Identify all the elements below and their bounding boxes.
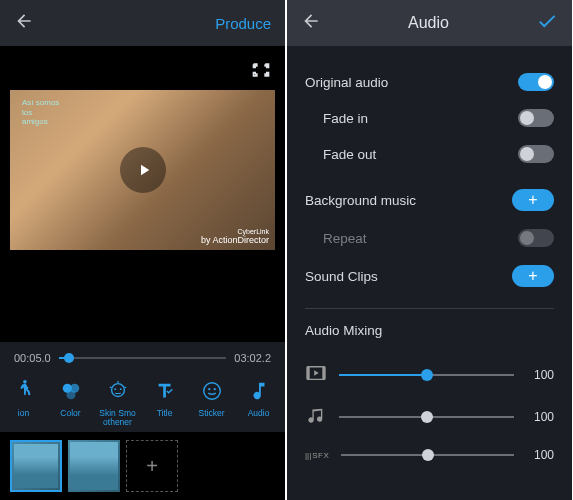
tool-skin[interactable]: Skin Smo othener [94,380,141,426]
tool-title[interactable]: Title [141,380,188,426]
slider-thumb[interactable] [422,449,434,461]
music-icon [248,380,270,406]
back-icon[interactable] [301,11,321,35]
svg-point-8 [213,388,215,390]
scrubber-thumb[interactable] [64,353,74,363]
produce-button[interactable]: Produce [215,15,271,32]
divider [305,308,554,309]
svg-point-3 [111,384,124,397]
smiley-icon [201,380,223,406]
clip-thumbnail[interactable] [10,440,62,492]
timeline: 00:05.0 03:02.2 [0,342,285,374]
tool-audio[interactable]: Audio [235,380,282,426]
page-title: Audio [321,14,536,32]
repeat-toggle[interactable] [518,229,554,247]
tool-strip: ion Color Skin Smo othener Title Sticker… [0,374,285,432]
scrubber[interactable] [59,357,227,359]
play-button[interactable] [120,147,166,193]
audio-mixing-label: Audio Mixing [305,317,554,354]
fade-out-toggle[interactable] [518,145,554,163]
note-icon [305,406,327,428]
clip-thumbnail[interactable] [68,440,120,492]
running-icon [13,380,35,406]
add-clip-button[interactable]: + [126,440,178,492]
clip-tray: + [0,432,285,500]
face-icon [107,380,129,406]
repeat-row: Repeat [305,220,554,256]
svg-point-7 [208,388,210,390]
tool-action[interactable]: ion [0,380,47,426]
fade-out-row: Fade out [305,136,554,172]
sfx-icon: |||SFX [305,451,329,460]
back-icon[interactable] [14,11,34,35]
confirm-icon[interactable] [536,10,558,36]
sfx-slider[interactable] [341,454,514,456]
video-frame[interactable]: Así somos los amigos CyberLink by Action… [10,90,275,250]
original-audio-toggle[interactable] [518,73,554,91]
music-slider[interactable] [339,416,514,418]
svg-point-4 [114,388,116,390]
tool-sticker[interactable]: Sticker [188,380,235,426]
text-icon [154,380,176,406]
music-mix: 100 [305,396,554,438]
sound-clips-row: Sound Clips + [305,256,554,296]
slider-thumb[interactable] [421,411,433,423]
svg-point-5 [119,388,121,390]
slider-thumb[interactable] [421,369,433,381]
fullscreen-icon[interactable] [251,60,271,84]
video-audio-mix: 100 [305,354,554,396]
color-icon [60,380,82,406]
add-music-button[interactable]: + [512,189,554,211]
watermark: CyberLink by ActionDirector [201,228,269,246]
fade-in-toggle[interactable] [518,109,554,127]
svg-point-6 [203,383,220,400]
fade-in-row: Fade in [305,100,554,136]
svg-point-2 [66,390,75,399]
svg-rect-11 [322,367,325,380]
video-overlay-text: Así somos los amigos [22,98,59,127]
film-icon [305,364,327,386]
video-slider[interactable] [339,374,514,376]
tool-color[interactable]: Color [47,380,94,426]
svg-rect-10 [307,367,310,380]
sfx-mix: |||SFX 100 [305,438,554,472]
original-audio-row: Original audio [305,64,554,100]
total-time: 03:02.2 [234,352,271,364]
bg-music-row: Background music + [305,180,554,220]
current-time: 00:05.0 [14,352,51,364]
video-preview: Así somos los amigos CyberLink by Action… [0,46,285,342]
add-sound-clip-button[interactable]: + [512,265,554,287]
